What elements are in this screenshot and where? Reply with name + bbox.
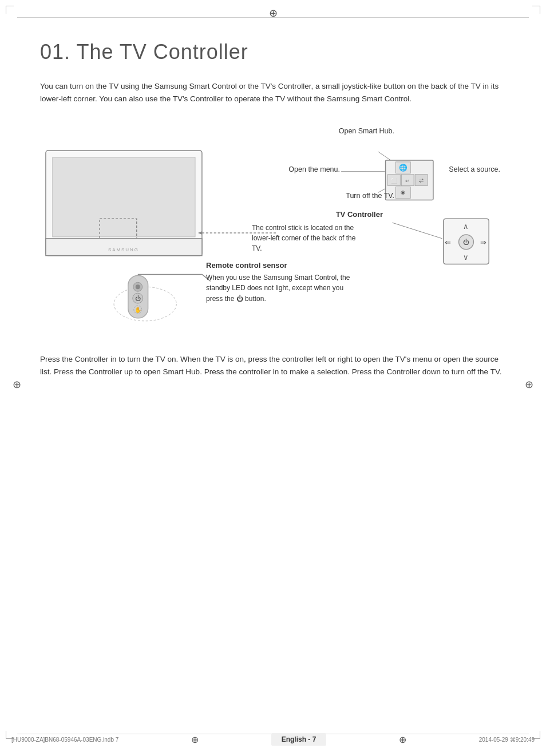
svg-rect-3 <box>46 238 202 255</box>
svg-text:⬜: ⬜ <box>391 177 398 184</box>
svg-text:∨: ∨ <box>464 252 469 261</box>
svg-point-5 <box>114 287 176 321</box>
svg-text:⇒: ⇒ <box>480 238 486 246</box>
footer-right-text: 2014-05-29 ⌘9:20:49 <box>479 737 535 743</box>
svg-point-11 <box>134 306 142 314</box>
svg-rect-23 <box>401 174 414 185</box>
svg-text:⇌: ⇌ <box>419 177 424 183</box>
svg-rect-27 <box>395 187 410 198</box>
svg-rect-1 <box>53 157 195 236</box>
remote-sensor-desc: When you use the Samsung Smart Control, … <box>206 272 361 304</box>
footer-center-symbol: ⊕ <box>191 734 199 745</box>
svg-marker-14 <box>198 231 202 235</box>
footer-page-label: English - 7 <box>271 733 327 746</box>
right-registration-symbol: ⊕ <box>525 378 533 391</box>
page-container: ⊕ ⊕ ⊕ 01. The TV Controller You can turn… <box>0 0 546 756</box>
svg-point-9 <box>133 293 143 303</box>
svg-rect-25 <box>415 174 428 185</box>
svg-text:🌐: 🌐 <box>399 163 407 171</box>
page-top-rule <box>17 17 529 18</box>
annotation-open-smart-hub: Open Smart Hub. <box>339 127 394 135</box>
corner-mark-tr <box>532 6 540 14</box>
svg-point-32 <box>459 234 474 249</box>
corner-mark-tl <box>6 6 14 14</box>
svg-text:✋: ✋ <box>134 306 142 313</box>
footer-left-text: [HU9000-ZA]BN68-05946A-03ENG.indb 7 <box>11 737 118 743</box>
svg-text:⏻: ⏻ <box>135 295 141 302</box>
svg-point-8 <box>136 284 140 289</box>
annotation-open-menu: Open the menu. <box>288 165 340 173</box>
svg-rect-19 <box>395 161 410 173</box>
svg-text:⇐: ⇐ <box>445 238 451 246</box>
svg-text:◉: ◉ <box>401 189 405 195</box>
svg-text:∧: ∧ <box>464 222 469 231</box>
annotation-tv-controller-title: TV Controller <box>336 210 383 219</box>
footer-right-symbol: ⊕ <box>399 734 406 745</box>
svg-text:⏻: ⏻ <box>463 238 469 245</box>
annotation-turn-off: Turn off the TV. <box>346 192 394 200</box>
annotation-select-source: Select a source. <box>449 165 500 173</box>
svg-line-36 <box>392 223 442 239</box>
annotation-control-stick: The control stick is located on the lowe… <box>252 223 361 254</box>
svg-rect-29 <box>444 219 489 264</box>
svg-rect-6 <box>128 275 148 318</box>
diagram-area: SAMSUNG ⏻ ✋ <box>40 124 506 336</box>
page-title: 01. The TV Controller <box>40 40 506 64</box>
bottom-paragraph: Press the Controller in to turn the TV o… <box>40 353 506 379</box>
intro-paragraph: You can turn on the TV using the Samsung… <box>40 80 506 106</box>
svg-text:↩: ↩ <box>405 177 410 183</box>
svg-rect-0 <box>46 151 202 256</box>
page-footer: [HU9000-ZA]BN68-05946A-03ENG.indb 7 ⊕ En… <box>0 733 546 746</box>
remote-sensor-title: Remote control sensor <box>206 261 361 270</box>
svg-text:SAMSUNG: SAMSUNG <box>108 247 139 252</box>
annotation-remote-sensor: Remote control sensor When you use the S… <box>206 261 361 304</box>
svg-rect-2 <box>100 219 137 247</box>
svg-point-7 <box>133 282 143 291</box>
left-registration-symbol: ⊕ <box>13 378 21 391</box>
svg-rect-21 <box>388 174 401 185</box>
svg-line-15 <box>378 152 391 160</box>
